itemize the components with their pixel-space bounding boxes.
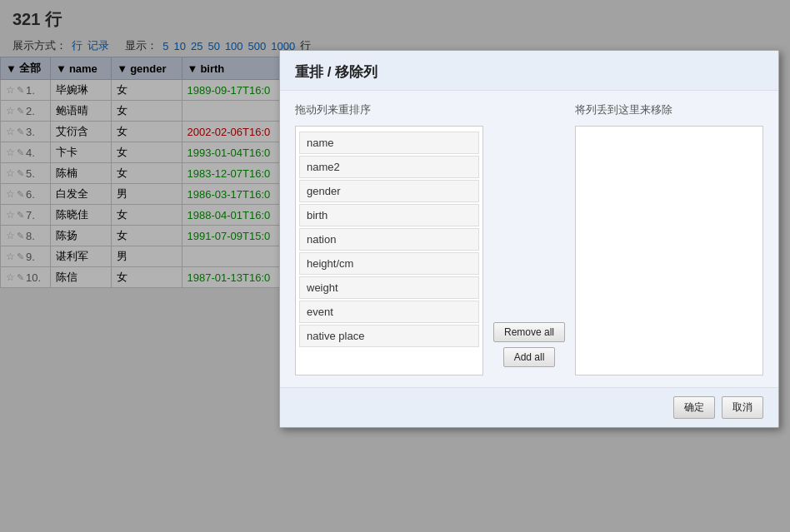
modal-title: 重排 / 移除列 [280, 51, 778, 91]
mid-buttons: Remove all Add all [493, 102, 565, 375]
add-all-button[interactable]: Add all [503, 347, 556, 367]
column-item[interactable]: native place [299, 325, 479, 347]
remove-all-button[interactable]: Remove all [493, 322, 565, 342]
column-item[interactable]: event [299, 301, 479, 323]
left-panel-title: 拖动列来重排序 [295, 102, 483, 117]
cancel-button[interactable]: 取消 [722, 396, 763, 419]
column-item[interactable]: gender [299, 180, 479, 202]
left-panel: 拖动列来重排序 namename2genderbirthnationheight… [295, 102, 483, 375]
column-item[interactable]: weight [299, 276, 479, 299]
modal-body: 拖动列来重排序 namename2genderbirthnationheight… [280, 91, 778, 387]
modal-dialog: 重排 / 移除列 拖动列来重排序 namename2genderbirthnat… [279, 50, 779, 428]
column-item[interactable]: height/cm [299, 252, 479, 275]
right-panel: 将列丢到这里来移除 [575, 102, 763, 375]
drop-zone[interactable] [575, 126, 763, 375]
right-panel-title: 将列丢到这里来移除 [575, 102, 763, 117]
confirm-button[interactable]: 确定 [673, 396, 715, 419]
column-item[interactable]: name2 [299, 156, 479, 178]
column-item[interactable]: nation [299, 228, 479, 251]
modal-footer: 确定 取消 [280, 387, 778, 427]
column-item[interactable]: birth [299, 204, 479, 226]
column-item[interactable]: name [299, 132, 479, 154]
columns-list[interactable]: namename2genderbirthnationheight/cmweigh… [295, 126, 483, 375]
